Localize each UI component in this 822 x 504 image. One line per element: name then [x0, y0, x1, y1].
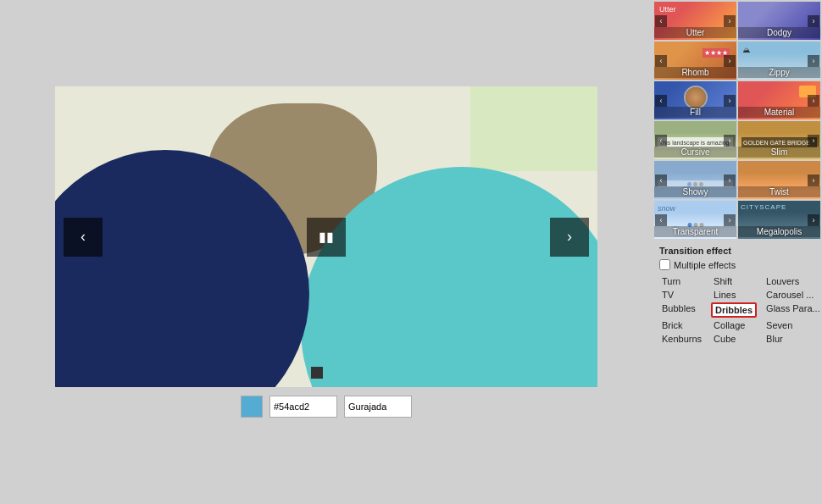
effect-kenburns[interactable]: Kenburns	[659, 333, 704, 345]
theme-fill[interactable]: ‹ › Fill	[654, 81, 736, 119]
effects-grid: Turn Shift Louvers TV Lines Carousel ...…	[659, 275, 815, 345]
effect-turn[interactable]: Turn	[659, 275, 704, 287]
effect-carousel[interactable]: Carousel ...	[764, 289, 822, 301]
prev-slide-button[interactable]: ‹	[64, 218, 103, 257]
effect-brick[interactable]: Brick	[659, 319, 704, 331]
utter-nav-right[interactable]: ›	[724, 15, 736, 27]
theme-transparent[interactable]: snow ‹ › Transparent	[654, 201, 736, 239]
dodgy-nav-right[interactable]: ›	[808, 15, 819, 27]
cursive-nav-right[interactable]: ›	[724, 135, 736, 147]
theme-label-megalopolis: Megalopolis	[738, 226, 820, 237]
effect-shift[interactable]: Shift	[711, 275, 757, 287]
effect-blur[interactable]: Blur	[764, 333, 822, 345]
theme-megalopolis[interactable]: CITYSCAPE › Megalopolis	[738, 201, 820, 239]
dot-1[interactable]	[311, 367, 323, 379]
effect-tv[interactable]: TV	[659, 289, 704, 301]
pause-button[interactable]: ▮▮	[307, 218, 346, 257]
bottom-bar	[241, 396, 412, 418]
theme-label-transparent: Transparent	[654, 226, 736, 237]
theme-zippy[interactable]: ⛰ › Zippy	[738, 42, 820, 80]
theme-label-fill: Fill	[654, 107, 736, 118]
theme-twist[interactable]: › Twist	[738, 161, 820, 199]
effect-cube[interactable]: Cube	[711, 333, 757, 345]
zippy-nav-right[interactable]: ›	[808, 55, 819, 67]
color-input[interactable]	[269, 396, 337, 418]
dot-2[interactable]	[330, 367, 342, 379]
multiple-effects-checkbox[interactable]	[659, 259, 670, 270]
cursive-nav-left[interactable]: ‹	[655, 135, 667, 147]
effect-collage[interactable]: Collage	[711, 319, 757, 331]
next-slide-button[interactable]: ›	[550, 218, 589, 257]
rhomb-nav-left[interactable]: ‹	[655, 55, 667, 67]
color-swatch[interactable]	[241, 396, 263, 418]
fill-nav-left[interactable]: ‹	[655, 95, 667, 107]
theme-label-slim: Slim	[738, 147, 820, 158]
theme-utter[interactable]: Utter ‹ › Utter	[654, 2, 736, 40]
theme-label-material: Material	[738, 107, 820, 118]
theme-showy[interactable]: ‹ › Showy	[654, 161, 736, 199]
utter-nav-left[interactable]: ‹	[655, 15, 667, 27]
theme-label-showy: Showy	[654, 186, 736, 197]
megalopolis-nav-right[interactable]: ›	[808, 214, 819, 226]
slim-nav-right[interactable]: ›	[808, 135, 819, 147]
utter-badge: Utter	[657, 4, 679, 14]
effect-bubbles[interactable]: Bubbles	[659, 302, 704, 318]
theme-label-twist: Twist	[738, 186, 820, 197]
showy-nav-right[interactable]: ›	[724, 174, 736, 186]
material-nav-right[interactable]: ›	[808, 95, 819, 107]
slideshow-container: ‹ ▮▮ ›	[55, 86, 597, 387]
theme-label-cursive: Cursive	[654, 147, 736, 158]
fill-avatar	[684, 86, 708, 109]
effect-seven[interactable]: Seven	[764, 319, 822, 331]
shape-cream	[470, 86, 597, 171]
fill-nav-right[interactable]: ›	[724, 95, 736, 107]
theme-label-utter: Utter	[654, 27, 736, 38]
theme-material[interactable]: › Material	[738, 81, 820, 119]
font-input[interactable]	[344, 396, 412, 418]
theme-label-rhomb: Rhomb	[654, 67, 736, 78]
megalopolis-text: CITYSCAPE	[741, 203, 786, 211]
zippy-icon: ⛰	[742, 46, 750, 54]
right-panel: Utter ‹ › Utter › Dodgy ★★★★ ‹ › Rhomb ⛰…	[653, 0, 822, 504]
multiple-effects-row: Multiple effects	[659, 259, 815, 270]
theme-slim[interactable]: GOLDEN GATE BRIDGE › Slim	[738, 121, 820, 159]
twist-nav-right[interactable]: ›	[808, 174, 819, 186]
effect-glass-para[interactable]: Glass Para...	[764, 302, 822, 318]
transition-title: Transition effect	[659, 246, 815, 256]
theme-label-dodgy: Dodgy	[738, 27, 820, 38]
multiple-effects-label: Multiple effects	[674, 260, 736, 270]
effect-louvers[interactable]: Louvers	[764, 275, 822, 287]
transparent-nav-right[interactable]: ›	[724, 214, 736, 226]
theme-cursive[interactable]: This landscape is amazing ‹ › Cursive	[654, 121, 736, 159]
rhomb-nav-right[interactable]: ›	[724, 55, 736, 67]
transition-section: Transition effect Multiple effects Turn …	[653, 241, 822, 350]
theme-dodgy[interactable]: › Dodgy	[738, 2, 820, 40]
main-area: ‹ ▮▮ ›	[0, 0, 653, 504]
theme-rhomb[interactable]: ★★★★ ‹ › Rhomb	[654, 42, 736, 80]
slide-dots	[311, 367, 342, 379]
transparent-text: snow	[658, 204, 675, 213]
theme-label-zippy: Zippy	[738, 67, 820, 78]
effect-lines[interactable]: Lines	[711, 289, 757, 301]
transparent-nav-left[interactable]: ‹	[655, 214, 667, 226]
themes-grid: Utter ‹ › Utter › Dodgy ★★★★ ‹ › Rhomb ⛰…	[653, 0, 822, 241]
showy-nav-left[interactable]: ‹	[655, 174, 667, 186]
effect-dribbles[interactable]: Dribbles	[711, 302, 757, 318]
